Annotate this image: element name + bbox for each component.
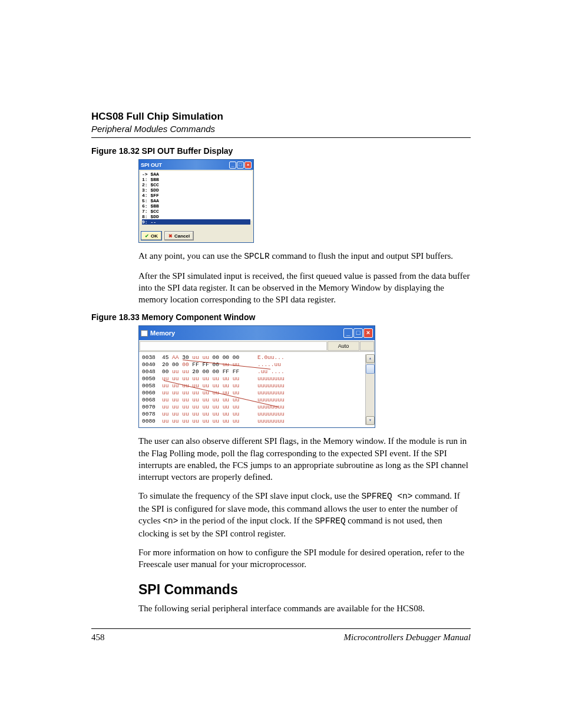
spi-list-item[interactable]: 4: $FF bbox=[142, 193, 250, 198]
figure-caption-2: Figure 18.33 Memory Component Window bbox=[91, 312, 471, 322]
book-title: Microcontrollers Debugger Manual bbox=[343, 633, 471, 643]
memory-address: 0078 bbox=[142, 411, 162, 418]
ok-button[interactable]: ✔ OK bbox=[141, 231, 162, 241]
x-icon: ✖ bbox=[168, 233, 173, 239]
scroll-up-icon[interactable]: ▴ bbox=[366, 354, 375, 363]
spi-out-list[interactable]: -> $AA1: $BB2: $CC3: $DD4: $FF5: $AA6: $… bbox=[140, 171, 252, 220]
spi-list-item[interactable]: 7: $CC bbox=[142, 209, 250, 214]
spi-list-item[interactable]: 3: $DD bbox=[142, 187, 250, 193]
body-paragraph: To simulate the frequency of the SPI sla… bbox=[138, 490, 471, 539]
memory-ascii: uuuuuuuu bbox=[257, 383, 285, 390]
memory-bytes: uu uu uu uu uu uu uu uu bbox=[162, 404, 252, 411]
spi-list-item[interactable]: 2: $CC bbox=[142, 182, 250, 187]
spi-list-item[interactable]: 1: $BB bbox=[142, 177, 250, 182]
body-paragraph: The following serial peripheral interfac… bbox=[138, 602, 471, 614]
figure-caption-1: Figure 18.32 SPI OUT Buffer Display bbox=[91, 146, 471, 156]
header-rule bbox=[91, 137, 471, 138]
memory-ascii: uuuuuuuu bbox=[257, 411, 285, 418]
section-subtitle: Peripheral Modules Commands bbox=[91, 124, 471, 134]
memory-address: 0048 bbox=[142, 368, 162, 375]
memory-address-field[interactable] bbox=[140, 341, 327, 351]
code-spclr: SPCLR bbox=[244, 252, 270, 261]
minimize-icon[interactable]: _ bbox=[229, 162, 236, 169]
code-spfreq-n: SPFREQ <n> bbox=[361, 492, 412, 501]
memory-title: Memory bbox=[150, 330, 175, 337]
close-icon[interactable]: × bbox=[363, 328, 373, 338]
scroll-down-icon[interactable]: ▾ bbox=[366, 416, 375, 425]
spi-out-window: SPI OUT _ □ × -> $AA1: $BB2: $CC3: $DD4:… bbox=[138, 159, 254, 243]
body-paragraph: For more information on how to configure… bbox=[138, 546, 471, 571]
page-footer: 458 Microcontrollers Debugger Manual bbox=[91, 628, 471, 643]
body-paragraph: The user can also observe different SPI … bbox=[138, 435, 471, 483]
memory-row[interactable]: 0058uu uu uu uu uu uu uu uuuuuuuuuu bbox=[142, 383, 365, 390]
memory-ascii: E.0uu... bbox=[257, 354, 285, 361]
memory-mode-dropdown[interactable]: Auto bbox=[328, 341, 359, 351]
memory-row[interactable]: 0060uu uu uu uu uu uu uu uuuuuuuuuu bbox=[142, 390, 365, 397]
memory-address: 0080 bbox=[142, 418, 162, 425]
memory-address: 0060 bbox=[142, 390, 162, 397]
memory-bytes: uu uu uu uu uu uu uu uu bbox=[162, 418, 252, 425]
memory-bytes: uu uu uu uu uu uu uu uu bbox=[162, 383, 252, 390]
body-paragraph: After the SPI simulated input is receive… bbox=[138, 270, 471, 306]
memory-row[interactable]: 0080uu uu uu uu uu uu uu uuuuuuuuuu bbox=[142, 418, 365, 425]
spi-list-item[interactable]: 8: $DD bbox=[142, 214, 250, 219]
spi-list-item-selected[interactable]: 9: -- bbox=[142, 219, 250, 225]
memory-toolbar: Auto bbox=[139, 340, 375, 352]
spi-list-item[interactable]: -> $AA bbox=[142, 172, 250, 177]
memory-address: 0070 bbox=[142, 404, 162, 411]
memory-address: 0050 bbox=[142, 375, 162, 383]
memory-row[interactable]: 0050uu uu uu uu uu uu uu uuuuuuuuuu bbox=[142, 375, 365, 383]
section-heading: SPI Commands bbox=[138, 582, 471, 598]
memory-bytes: uu uu uu uu uu uu uu uu bbox=[162, 390, 252, 397]
memory-bytes: 00 uu uu 20 00 00 FF FF bbox=[162, 368, 252, 375]
memory-address: 0040 bbox=[142, 361, 162, 368]
memory-row[interactable]: 0070uu uu uu uu uu uu uu uuuuuuuuuu bbox=[142, 404, 365, 411]
memory-address: 0038 bbox=[142, 354, 162, 361]
memory-ascii: uuuuuuuu bbox=[257, 418, 285, 425]
cancel-button[interactable]: ✖ Cancel bbox=[164, 231, 194, 241]
spi-out-title: SPI OUT bbox=[141, 162, 162, 168]
chapter-title: HCS08 Full Chip Simulation bbox=[91, 111, 471, 123]
memory-address: 0058 bbox=[142, 383, 162, 390]
maximize-icon[interactable]: □ bbox=[237, 162, 244, 169]
memory-row[interactable]: 004800 uu uu 20 00 00 FF FF.uu .... bbox=[142, 368, 365, 375]
spi-out-titlebar[interactable]: SPI OUT _ □ × bbox=[139, 160, 253, 170]
scroll-thumb[interactable] bbox=[366, 364, 375, 374]
minimize-icon[interactable]: _ bbox=[343, 328, 353, 338]
memory-hex-view[interactable]: 003845 AA 30 uu uu 00 00 00E.0uu...00402… bbox=[139, 352, 375, 427]
memory-ascii: uuuuuuuu bbox=[257, 390, 285, 397]
memory-row[interactable]: 0078uu uu uu uu uu uu uu uuuuuuuuuu bbox=[142, 411, 365, 418]
memory-ascii: uuuuuuuu bbox=[257, 375, 285, 383]
memory-titlebar[interactable]: Memory _ □ × bbox=[139, 326, 375, 340]
memory-toolbar-pad bbox=[360, 341, 374, 351]
body-paragraph: At any point, you can use the SPCLR comm… bbox=[138, 250, 471, 263]
page-number: 458 bbox=[91, 633, 105, 643]
code-spfreq: SPFREQ bbox=[315, 516, 345, 526]
memory-scrollbar[interactable]: ▴ ▾ bbox=[365, 354, 375, 425]
cancel-label: Cancel bbox=[174, 233, 190, 239]
check-icon: ✔ bbox=[145, 233, 149, 239]
memory-ascii: .uu .... bbox=[257, 368, 285, 375]
close-icon[interactable]: × bbox=[244, 162, 252, 169]
maximize-icon[interactable]: □ bbox=[353, 328, 363, 338]
memory-address: 0068 bbox=[142, 397, 162, 404]
code-n: <n> bbox=[163, 516, 178, 526]
memory-row[interactable]: 003845 AA 30 uu uu 00 00 00E.0uu... bbox=[142, 354, 365, 361]
ok-label: OK bbox=[151, 233, 158, 239]
memory-bytes: 45 AA 30 uu uu 00 00 00 bbox=[162, 354, 252, 361]
spi-list-item[interactable]: 5: $AA bbox=[142, 198, 250, 203]
spi-list-item[interactable]: 6: $BB bbox=[142, 203, 250, 209]
memory-icon bbox=[141, 330, 148, 337]
memory-bytes: uu uu uu uu uu uu uu uu bbox=[162, 411, 252, 418]
memory-bytes: uu uu uu uu uu uu uu uu bbox=[162, 375, 252, 383]
memory-window: Memory _ □ × Auto 003845 AA 30 uu uu 00 … bbox=[138, 325, 375, 428]
